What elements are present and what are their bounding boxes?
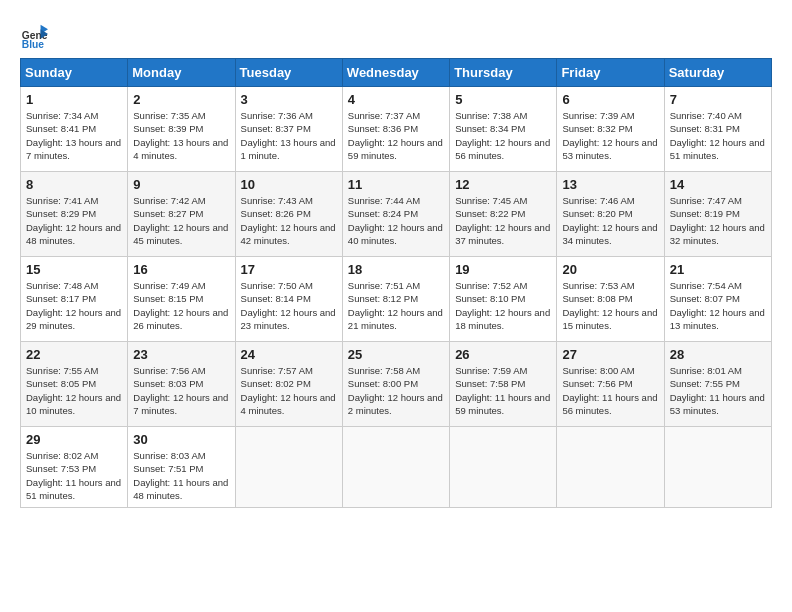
table-cell: 20 Sunrise: 7:53 AM Sunset: 8:08 PM Dayl… xyxy=(557,257,664,342)
day-number: 7 xyxy=(670,92,766,107)
table-cell: 27 Sunrise: 8:00 AM Sunset: 7:56 PM Dayl… xyxy=(557,342,664,427)
logo-icon: General Blue xyxy=(20,20,48,48)
table-cell xyxy=(342,427,449,508)
table-cell: 3 Sunrise: 7:36 AM Sunset: 8:37 PM Dayli… xyxy=(235,87,342,172)
day-info: Sunrise: 8:02 AM Sunset: 7:53 PM Dayligh… xyxy=(26,449,122,502)
day-info: Sunrise: 7:50 AM Sunset: 8:14 PM Dayligh… xyxy=(241,279,337,332)
day-number: 28 xyxy=(670,347,766,362)
table-cell: 16 Sunrise: 7:49 AM Sunset: 8:15 PM Dayl… xyxy=(128,257,235,342)
header-row: Sunday Monday Tuesday Wednesday Thursday… xyxy=(21,59,772,87)
day-number: 26 xyxy=(455,347,551,362)
day-info: Sunrise: 7:37 AM Sunset: 8:36 PM Dayligh… xyxy=(348,109,444,162)
day-number: 11 xyxy=(348,177,444,192)
day-info: Sunrise: 7:47 AM Sunset: 8:19 PM Dayligh… xyxy=(670,194,766,247)
day-number: 16 xyxy=(133,262,229,277)
col-sunday: Sunday xyxy=(21,59,128,87)
day-info: Sunrise: 7:46 AM Sunset: 8:20 PM Dayligh… xyxy=(562,194,658,247)
day-info: Sunrise: 7:56 AM Sunset: 8:03 PM Dayligh… xyxy=(133,364,229,417)
day-number: 3 xyxy=(241,92,337,107)
table-cell: 28 Sunrise: 8:01 AM Sunset: 7:55 PM Dayl… xyxy=(664,342,771,427)
table-cell: 10 Sunrise: 7:43 AM Sunset: 8:26 PM Dayl… xyxy=(235,172,342,257)
table-cell: 24 Sunrise: 7:57 AM Sunset: 8:02 PM Dayl… xyxy=(235,342,342,427)
table-cell: 5 Sunrise: 7:38 AM Sunset: 8:34 PM Dayli… xyxy=(450,87,557,172)
day-info: Sunrise: 7:48 AM Sunset: 8:17 PM Dayligh… xyxy=(26,279,122,332)
table-cell: 12 Sunrise: 7:45 AM Sunset: 8:22 PM Dayl… xyxy=(450,172,557,257)
table-cell: 25 Sunrise: 7:58 AM Sunset: 8:00 PM Dayl… xyxy=(342,342,449,427)
day-info: Sunrise: 7:39 AM Sunset: 8:32 PM Dayligh… xyxy=(562,109,658,162)
day-info: Sunrise: 8:01 AM Sunset: 7:55 PM Dayligh… xyxy=(670,364,766,417)
table-cell: 26 Sunrise: 7:59 AM Sunset: 7:58 PM Dayl… xyxy=(450,342,557,427)
day-info: Sunrise: 7:58 AM Sunset: 8:00 PM Dayligh… xyxy=(348,364,444,417)
day-info: Sunrise: 7:45 AM Sunset: 8:22 PM Dayligh… xyxy=(455,194,551,247)
day-number: 17 xyxy=(241,262,337,277)
day-info: Sunrise: 8:03 AM Sunset: 7:51 PM Dayligh… xyxy=(133,449,229,502)
day-info: Sunrise: 7:38 AM Sunset: 8:34 PM Dayligh… xyxy=(455,109,551,162)
day-number: 12 xyxy=(455,177,551,192)
calendar-table: Sunday Monday Tuesday Wednesday Thursday… xyxy=(20,58,772,508)
table-cell: 23 Sunrise: 7:56 AM Sunset: 8:03 PM Dayl… xyxy=(128,342,235,427)
page-header: General Blue xyxy=(20,20,772,48)
table-cell: 30 Sunrise: 8:03 AM Sunset: 7:51 PM Dayl… xyxy=(128,427,235,508)
day-info: Sunrise: 7:53 AM Sunset: 8:08 PM Dayligh… xyxy=(562,279,658,332)
day-info: Sunrise: 7:52 AM Sunset: 8:10 PM Dayligh… xyxy=(455,279,551,332)
col-monday: Monday xyxy=(128,59,235,87)
table-cell xyxy=(450,427,557,508)
day-number: 14 xyxy=(670,177,766,192)
table-cell: 8 Sunrise: 7:41 AM Sunset: 8:29 PM Dayli… xyxy=(21,172,128,257)
day-number: 4 xyxy=(348,92,444,107)
table-cell: 6 Sunrise: 7:39 AM Sunset: 8:32 PM Dayli… xyxy=(557,87,664,172)
day-number: 20 xyxy=(562,262,658,277)
day-info: Sunrise: 7:36 AM Sunset: 8:37 PM Dayligh… xyxy=(241,109,337,162)
table-cell: 21 Sunrise: 7:54 AM Sunset: 8:07 PM Dayl… xyxy=(664,257,771,342)
day-info: Sunrise: 7:40 AM Sunset: 8:31 PM Dayligh… xyxy=(670,109,766,162)
day-number: 13 xyxy=(562,177,658,192)
day-number: 10 xyxy=(241,177,337,192)
table-cell: 4 Sunrise: 7:37 AM Sunset: 8:36 PM Dayli… xyxy=(342,87,449,172)
day-number: 15 xyxy=(26,262,122,277)
table-cell xyxy=(557,427,664,508)
col-friday: Friday xyxy=(557,59,664,87)
table-cell: 2 Sunrise: 7:35 AM Sunset: 8:39 PM Dayli… xyxy=(128,87,235,172)
table-cell: 29 Sunrise: 8:02 AM Sunset: 7:53 PM Dayl… xyxy=(21,427,128,508)
table-cell: 13 Sunrise: 7:46 AM Sunset: 8:20 PM Dayl… xyxy=(557,172,664,257)
day-info: Sunrise: 7:35 AM Sunset: 8:39 PM Dayligh… xyxy=(133,109,229,162)
day-info: Sunrise: 7:55 AM Sunset: 8:05 PM Dayligh… xyxy=(26,364,122,417)
day-info: Sunrise: 7:44 AM Sunset: 8:24 PM Dayligh… xyxy=(348,194,444,247)
table-cell: 1 Sunrise: 7:34 AM Sunset: 8:41 PM Dayli… xyxy=(21,87,128,172)
day-info: Sunrise: 7:43 AM Sunset: 8:26 PM Dayligh… xyxy=(241,194,337,247)
table-cell: 7 Sunrise: 7:40 AM Sunset: 8:31 PM Dayli… xyxy=(664,87,771,172)
table-cell: 9 Sunrise: 7:42 AM Sunset: 8:27 PM Dayli… xyxy=(128,172,235,257)
table-cell: 11 Sunrise: 7:44 AM Sunset: 8:24 PM Dayl… xyxy=(342,172,449,257)
table-cell xyxy=(664,427,771,508)
day-info: Sunrise: 7:34 AM Sunset: 8:41 PM Dayligh… xyxy=(26,109,122,162)
col-tuesday: Tuesday xyxy=(235,59,342,87)
table-cell: 18 Sunrise: 7:51 AM Sunset: 8:12 PM Dayl… xyxy=(342,257,449,342)
day-number: 27 xyxy=(562,347,658,362)
col-wednesday: Wednesday xyxy=(342,59,449,87)
day-number: 5 xyxy=(455,92,551,107)
day-number: 21 xyxy=(670,262,766,277)
col-saturday: Saturday xyxy=(664,59,771,87)
logo: General Blue xyxy=(20,20,52,48)
day-number: 18 xyxy=(348,262,444,277)
day-number: 2 xyxy=(133,92,229,107)
day-number: 30 xyxy=(133,432,229,447)
day-number: 29 xyxy=(26,432,122,447)
day-info: Sunrise: 7:59 AM Sunset: 7:58 PM Dayligh… xyxy=(455,364,551,417)
table-cell: 14 Sunrise: 7:47 AM Sunset: 8:19 PM Dayl… xyxy=(664,172,771,257)
day-number: 24 xyxy=(241,347,337,362)
day-info: Sunrise: 7:51 AM Sunset: 8:12 PM Dayligh… xyxy=(348,279,444,332)
day-info: Sunrise: 7:42 AM Sunset: 8:27 PM Dayligh… xyxy=(133,194,229,247)
day-info: Sunrise: 7:57 AM Sunset: 8:02 PM Dayligh… xyxy=(241,364,337,417)
day-number: 9 xyxy=(133,177,229,192)
day-number: 6 xyxy=(562,92,658,107)
day-number: 1 xyxy=(26,92,122,107)
svg-text:Blue: Blue xyxy=(22,39,45,48)
day-info: Sunrise: 7:41 AM Sunset: 8:29 PM Dayligh… xyxy=(26,194,122,247)
table-cell: 17 Sunrise: 7:50 AM Sunset: 8:14 PM Dayl… xyxy=(235,257,342,342)
day-number: 19 xyxy=(455,262,551,277)
table-cell: 19 Sunrise: 7:52 AM Sunset: 8:10 PM Dayl… xyxy=(450,257,557,342)
day-number: 22 xyxy=(26,347,122,362)
day-number: 23 xyxy=(133,347,229,362)
col-thursday: Thursday xyxy=(450,59,557,87)
